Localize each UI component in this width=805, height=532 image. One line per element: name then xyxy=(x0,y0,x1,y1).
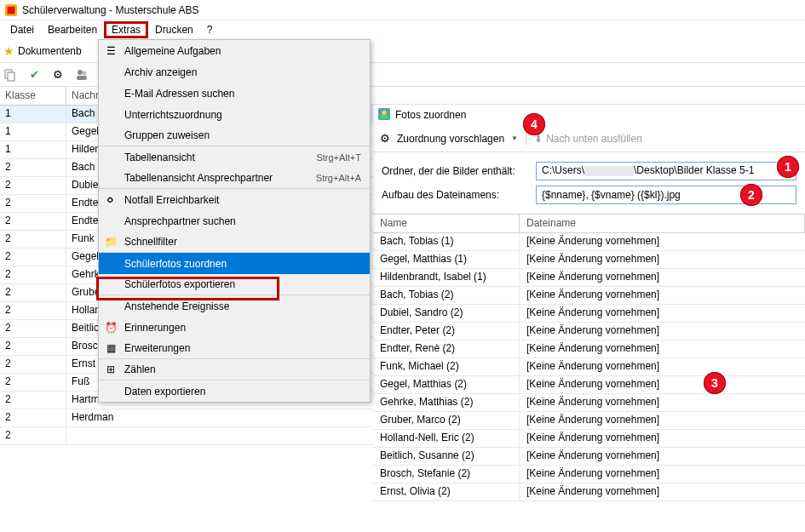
svg-point-4 xyxy=(78,70,83,75)
menu-item[interactable]: Archiv anzeigen xyxy=(99,61,370,83)
menu-item[interactable]: ⊞Zählen xyxy=(99,359,370,380)
menu-bearbeiten[interactable]: Bearbeiten xyxy=(41,22,104,37)
window-title: Schülerverwaltung - Musterschule ABS xyxy=(22,4,198,16)
svg-point-8 xyxy=(382,110,386,114)
menubar: DateiBearbeitenExtrasDrucken? xyxy=(0,20,805,39)
alarm-icon: ⏰ xyxy=(104,321,118,335)
apps-icon: ▦ xyxy=(104,341,118,355)
table-row[interactable]: Holland-Nell, Eric (2)[Keine Änderung vo… xyxy=(373,430,805,448)
menu-item[interactable]: 📁Schnellfilter xyxy=(99,232,370,253)
table-row[interactable]: 2 xyxy=(0,427,383,445)
menu-item[interactable]: ⭘Notfall Erreichbarkeit xyxy=(99,189,370,210)
folder-input[interactable]: C:\Users\\Desktop\Bilder Klasse 5-1 xyxy=(536,162,796,180)
menu-item[interactable]: Ansprechpartner suchen xyxy=(99,210,370,232)
table-row[interactable]: Dubiel, Sandro (2)[Keine Änderung vorneh… xyxy=(373,305,805,323)
copy-icon[interactable] xyxy=(3,68,17,82)
table-row[interactable]: Funk, Michael (2)[Keine Änderung vornehm… xyxy=(373,358,805,376)
column-header-dateiname[interactable]: Dateiname xyxy=(520,215,805,233)
table-row[interactable]: Endter, Renè (2)[Keine Änderung vornehme… xyxy=(373,340,805,358)
menu-item[interactable]: Tabellenansicht AnsprechpartnerStrg+Alt+… xyxy=(99,168,370,189)
table-row[interactable]: Bach, Tobias (2)[Keine Änderung vornehme… xyxy=(373,287,805,305)
badge-1: 1 xyxy=(777,156,799,178)
table-row[interactable]: Hildenbrandt, Isabel (1)[Keine Änderung … xyxy=(373,269,805,287)
menu-item[interactable]: ▦Erweiterungen xyxy=(99,338,370,359)
fill-down-button[interactable]: ⬇ Nach unten ausfüllen xyxy=(534,133,642,145)
gear-icon: ⚙ xyxy=(380,132,390,145)
table-row[interactable]: Gehrke, Matthias (2)[Keine Änderung vorn… xyxy=(373,394,805,412)
menu-item[interactable]: Schülerfotos exportieren xyxy=(99,274,370,295)
dialog-title: Fotos zuordnen xyxy=(395,109,466,121)
table-row[interactable]: Gegel, Matthias (2)[Keine Änderung vorne… xyxy=(373,376,805,394)
bookmark-label[interactable]: Dokumentenb xyxy=(18,45,82,57)
count-icon: ⊞ xyxy=(104,363,118,376)
badge-4: 4 xyxy=(523,113,545,135)
badge-3: 3 xyxy=(704,372,726,394)
menu-extras[interactable]: Extras xyxy=(104,21,148,38)
menu-item[interactable]: TabellenansichtStrg+Alt+T xyxy=(99,146,370,168)
title-bar: Schülerverwaltung - Musterschule ABS xyxy=(0,0,805,20)
menu-item[interactable]: Anstehende Ereignisse xyxy=(99,295,370,317)
svg-rect-9 xyxy=(381,114,388,117)
column-header-name[interactable]: Name xyxy=(373,215,520,233)
dialog-icon xyxy=(378,108,390,123)
badge-2: 2 xyxy=(740,184,762,206)
table-row[interactable]: Brosch, Stefanie (2)[Keine Änderung vorn… xyxy=(373,466,805,483)
gear-icon[interactable]: ⚙ xyxy=(51,68,65,82)
table-row[interactable]: Beitlich, Susanne (2)[Keine Änderung vor… xyxy=(373,448,805,466)
shortcut: Strg+Alt+A xyxy=(316,173,361,183)
dialog-titlebar: Fotos zuordnen xyxy=(373,105,805,125)
menu-item[interactable]: ☰Allgemeine Aufgaben xyxy=(99,40,370,61)
folder-icon: 📁 xyxy=(104,235,118,249)
svg-rect-3 xyxy=(8,72,14,81)
column-header-klasse[interactable]: Klasse xyxy=(0,87,66,105)
users-icon[interactable] xyxy=(75,68,89,82)
life-ring-icon: ⭘ xyxy=(104,193,118,207)
star-icon: ★ xyxy=(3,44,14,58)
menu-item[interactable]: E-Mail Adressen suchen xyxy=(99,83,370,104)
table-row[interactable]: 2Herdman xyxy=(0,409,383,427)
dialog-form: Ordner, der die Bilder enthält: C:\Users… xyxy=(373,152,805,214)
menu-item[interactable]: Daten exportieren xyxy=(99,380,370,402)
menu-drucken[interactable]: Drucken xyxy=(148,22,200,37)
menu-item[interactable]: Gruppen zuweisen xyxy=(99,125,370,146)
redacted-segment xyxy=(584,166,634,176)
menu-?[interactable]: ? xyxy=(200,22,220,37)
dialog-toolbar: ⚙ Zuordnung vorschlagen ▼ | ⬇ Nach unten… xyxy=(373,125,805,152)
table-row[interactable]: Bach, Tobias (1)[Keine Änderung vornehme… xyxy=(373,233,805,251)
menu-item[interactable]: Schülerfotos zuordnen xyxy=(99,253,370,274)
svg-rect-6 xyxy=(77,76,87,80)
table-row[interactable]: Ernst, Olivia (2)[Keine Änderung vornehm… xyxy=(373,483,805,501)
chevron-down-icon[interactable]: ▼ xyxy=(511,134,518,142)
check-icon[interactable]: ✔ xyxy=(27,68,41,82)
app-icon xyxy=(5,4,17,16)
separator: | xyxy=(525,133,527,145)
table-row[interactable]: Gegel, Matthias (1)[Keine Änderung vorne… xyxy=(373,251,805,269)
shortcut: Strg+Alt+T xyxy=(316,152,361,163)
list-icon: ☰ xyxy=(104,44,118,58)
svg-rect-1 xyxy=(8,6,15,14)
svg-point-5 xyxy=(83,71,87,75)
menu-datei[interactable]: Datei xyxy=(3,22,41,37)
table-row[interactable]: Endter, Peter (2)[Keine Änderung vornehm… xyxy=(373,323,805,340)
menu-item[interactable]: ⏰Erinnerungen xyxy=(99,317,370,338)
extras-dropdown: ☰Allgemeine AufgabenArchiv anzeigenE-Mai… xyxy=(98,39,371,403)
table-row[interactable]: Gruber, Marco (2)[Keine Änderung vornehm… xyxy=(373,412,805,430)
pattern-label: Aufbau des Dateinamens: xyxy=(382,189,531,201)
folder-label: Ordner, der die Bilder enthält: xyxy=(382,165,531,177)
suggest-button[interactable]: Zuordnung vorschlagen xyxy=(397,133,504,145)
assign-table: Name Dateiname Bach, Tobias (1)[Keine Än… xyxy=(373,214,805,501)
menu-item[interactable]: Unterrichtszuordnung xyxy=(99,104,370,125)
photo-assign-dialog: Fotos zuordnen ⚙ Zuordnung vorschlagen ▼… xyxy=(373,104,805,529)
